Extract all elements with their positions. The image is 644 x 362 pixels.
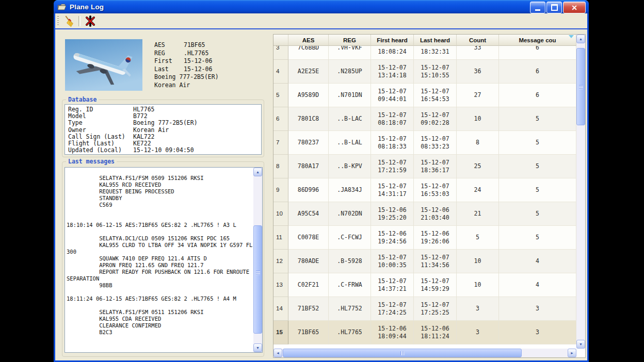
- table-row[interactable]: 1571BF65.HL776515-12-0618:09:4415-12-061…: [273, 321, 576, 344]
- cell-count[interactable]: 24: [457, 178, 499, 202]
- cell-count[interactable]: 36: [457, 60, 499, 84]
- scroll-down-icon[interactable]: ▼: [253, 343, 262, 352]
- cell-first_heard[interactable]: 15-12-0618:09:44: [371, 321, 414, 344]
- last-messages-textarea[interactable]: SELATYA.FS1/FSM 0509 151206 RKSI KAL955 …: [65, 167, 263, 353]
- scroll-up-icon[interactable]: ▲: [576, 35, 585, 43]
- cell-reg[interactable]: .HL7752: [329, 297, 371, 321]
- cell-last_heard[interactable]: 15-12-0716:54:53: [414, 84, 457, 107]
- scroll-left-icon[interactable]: ◄: [273, 349, 282, 357]
- cell-last_heard[interactable]: 15-12-0718:32:31: [414, 46, 457, 60]
- cell-reg[interactable]: ..B-LAC: [329, 107, 371, 131]
- cell-last_heard[interactable]: 15-12-0717:25:25: [414, 297, 457, 321]
- cell-first_heard[interactable]: 15-12-0619:24:56: [371, 226, 414, 250]
- cell-count[interactable]: 10: [457, 250, 499, 273]
- cell-aes[interactable]: A9589D: [288, 84, 329, 107]
- cell-reg[interactable]: ..B-LAL: [329, 131, 371, 155]
- column-header-num[interactable]: [273, 35, 288, 46]
- table-row[interactable]: 11C0078E.C-FCWJ15-12-0619:24:5615-12-061…: [273, 226, 576, 250]
- table-vscrollbar[interactable]: ▲ ▼: [576, 35, 585, 349]
- cell-aes[interactable]: C02F21: [288, 273, 329, 297]
- cell-row-number[interactable]: 10: [273, 202, 288, 226]
- cell-message_count[interactable]: 5: [499, 178, 576, 202]
- cell-reg[interactable]: .N702DN: [329, 202, 371, 226]
- toolbar-gripper[interactable]: [57, 16, 59, 26]
- cell-aes[interactable]: 780ADE: [288, 250, 329, 273]
- cell-reg[interactable]: .B-5928: [329, 250, 371, 273]
- cell-row-number[interactable]: 5: [273, 84, 288, 107]
- cell-count[interactable]: 27: [457, 84, 499, 107]
- cell-first_heard[interactable]: 15-12-0714:37:21: [371, 273, 414, 297]
- table-hscrollbar[interactable]: ◄ ►: [273, 349, 576, 357]
- cell-last_heard[interactable]: 15-12-0621:03:40: [414, 202, 457, 226]
- cell-last_heard[interactable]: 15-12-0715:10:55: [414, 60, 457, 84]
- cell-first_heard[interactable]: 15-12-0709:44:01: [371, 84, 414, 107]
- cell-aes[interactable]: A95C54: [288, 202, 329, 226]
- table-row[interactable]: 10A95C54.N702DN15-12-0619:25:2015-12-062…: [273, 202, 576, 226]
- cell-message_count[interactable]: 5: [499, 155, 576, 178]
- cell-message_count[interactable]: 6: [499, 46, 576, 60]
- column-header-aes[interactable]: AES: [288, 35, 329, 46]
- column-header-first_heard[interactable]: First heard: [371, 35, 414, 46]
- cell-aes[interactable]: C0078E: [288, 226, 329, 250]
- column-header-count[interactable]: Count: [457, 35, 499, 46]
- cell-message_count[interactable]: 5: [499, 131, 576, 155]
- table-row[interactable]: 5A9589D.N701DN15-12-0709:44:0115-12-0716…: [273, 84, 576, 107]
- cell-message_count[interactable]: 3: [499, 297, 576, 321]
- cell-reg[interactable]: ..B-KPV: [329, 155, 371, 178]
- cell-row-number[interactable]: 14: [273, 297, 288, 321]
- table-vscrollbar-thumb[interactable]: [576, 48, 585, 125]
- cell-message_count[interactable]: 3: [499, 321, 576, 344]
- cell-message_count[interactable]: 6: [499, 84, 576, 107]
- maximize-button[interactable]: [546, 2, 562, 13]
- cell-aes[interactable]: 86D996: [288, 178, 329, 202]
- scroll-down-icon[interactable]: ▼: [576, 340, 585, 349]
- cell-first_heard[interactable]: 15-12-0708:18:07: [371, 107, 414, 131]
- cell-aes[interactable]: 780A17: [288, 155, 329, 178]
- cell-row-number[interactable]: 8: [273, 155, 288, 178]
- table-row[interactable]: 1471BF52.HL775215-12-0717:24:2515-12-071…: [273, 297, 576, 321]
- cell-first_heard[interactable]: 15-12-0619:25:20: [371, 202, 414, 226]
- cell-row-number[interactable]: 4: [273, 60, 288, 84]
- cell-message_count[interactable]: 5: [499, 107, 576, 131]
- cell-aes[interactable]: 780237: [288, 131, 329, 155]
- cell-aes[interactable]: A2E25E: [288, 60, 329, 84]
- clear-button[interactable]: [62, 14, 75, 27]
- table-row[interactable]: 37C6BBD.VH-VKF15-12-0618:08:2415-12-0718…: [273, 46, 576, 60]
- cell-row-number[interactable]: 7: [273, 131, 288, 155]
- title-bar[interactable]: Plane Log ✕: [54, 0, 589, 13]
- cell-last_heard[interactable]: 15-12-0618:11:24: [414, 321, 457, 344]
- cell-count[interactable]: 5: [457, 226, 499, 250]
- cell-message_count[interactable]: 4: [499, 273, 576, 297]
- cell-message_count[interactable]: 6: [499, 60, 576, 84]
- cell-aes[interactable]: 71BF52: [288, 297, 329, 321]
- cell-reg[interactable]: .N701DN: [329, 84, 371, 107]
- cell-reg[interactable]: .C-FRWA: [329, 273, 371, 297]
- cell-count[interactable]: 33: [457, 46, 499, 60]
- cell-last_heard[interactable]: 15-12-0709:02:28: [414, 107, 457, 131]
- cell-last_heard[interactable]: 15-12-0716:53:03: [414, 178, 457, 202]
- cell-first_heard[interactable]: 15-12-0618:08:24: [371, 46, 414, 60]
- table-row[interactable]: 12780ADE.B-592815-12-0710:00:3515-12-071…: [273, 250, 576, 273]
- minimize-button[interactable]: [530, 2, 545, 13]
- column-header-reg[interactable]: REG: [329, 35, 371, 46]
- cell-last_heard[interactable]: 15-12-0714:59:29: [414, 273, 457, 297]
- cell-first_heard[interactable]: 15-12-0717:21:59: [371, 155, 414, 178]
- cell-first_heard[interactable]: 15-12-0717:24:25: [371, 297, 414, 321]
- cell-row-number[interactable]: 12: [273, 250, 288, 273]
- cell-count[interactable]: 3: [457, 321, 499, 344]
- column-header-message_count[interactable]: Message cou: [499, 35, 576, 46]
- messages-scrollbar[interactable]: ▲ ▼: [253, 168, 262, 352]
- cell-reg[interactable]: .JA834J: [329, 178, 371, 202]
- scroll-up-icon[interactable]: ▲: [253, 168, 262, 176]
- table-row[interactable]: 67801C8..B-LAC15-12-0708:18:0715-12-0709…: [273, 107, 576, 131]
- close-button[interactable]: ✕: [563, 2, 586, 13]
- table-row[interactable]: 986D996.JA834J15-12-0714:31:1715-12-0716…: [273, 178, 576, 202]
- cell-first_heard[interactable]: 15-12-0710:00:35: [371, 250, 414, 273]
- table-row[interactable]: 4A2E25E.N285UP15-12-0713:14:1815-12-0715…: [273, 60, 576, 84]
- cell-count[interactable]: 8: [457, 131, 499, 155]
- cell-aes[interactable]: 7C6BBD: [288, 46, 329, 60]
- cell-count[interactable]: 3: [457, 297, 499, 321]
- cell-message_count[interactable]: 5: [499, 202, 576, 226]
- cell-aes[interactable]: 7801C8: [288, 107, 329, 131]
- cell-count[interactable]: 10: [457, 107, 499, 131]
